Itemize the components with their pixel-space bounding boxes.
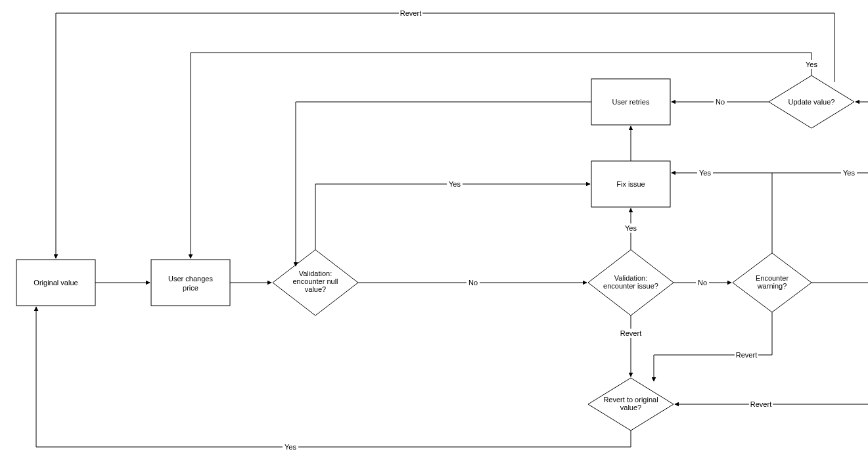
node-fix-issue-label: Fix issue xyxy=(616,180,645,188)
node-fix-issue: Fix issue xyxy=(591,161,670,207)
node-update-value-label: Update value? xyxy=(788,98,835,106)
label-valissue-no: No xyxy=(698,279,707,287)
node-validation-null-label-1: Validation: xyxy=(299,269,332,277)
label-in-revert-right: Revert xyxy=(750,400,771,408)
edge-revert-yes-to-original xyxy=(36,307,631,447)
node-encounter-warning-label-1: Encounter xyxy=(756,274,788,282)
label-valnull-yes: Yes xyxy=(449,180,461,188)
edge-update-yes-to-changes xyxy=(191,53,811,258)
edge-update-revert-to-original xyxy=(56,13,834,258)
node-validation-issue-label-2: encounter issue? xyxy=(603,282,658,290)
node-validation-issue-label-1: Validation: xyxy=(614,274,648,282)
label-right-yes-fix: Yes xyxy=(699,169,711,177)
node-user-changes-price: User changes price xyxy=(151,260,230,306)
node-revert-original-label-1: Revert to original xyxy=(603,396,658,404)
node-original-value: Original value xyxy=(16,260,95,306)
label-warning-revert: Revert xyxy=(736,351,757,359)
node-user-changes-price-label-2: price xyxy=(183,284,198,292)
edge-valnull-yes-to-fix xyxy=(315,184,590,250)
label-top-revert: Revert xyxy=(400,9,421,17)
label-revert-yes: Yes xyxy=(285,443,296,451)
node-original-value-label: Original value xyxy=(34,279,78,287)
label-update-no: No xyxy=(716,98,725,106)
node-update-value: Update value? xyxy=(769,76,854,128)
svg-rect-1 xyxy=(151,260,230,306)
label-valissue-yes: Yes xyxy=(625,224,637,232)
node-validation-null-label-3: value? xyxy=(305,285,326,293)
label-valissue-revert: Revert xyxy=(620,329,641,337)
node-revert-original-label-2: value? xyxy=(620,404,641,411)
node-revert-original: Revert to original value? xyxy=(588,378,674,431)
label-valnull-no: No xyxy=(468,279,478,287)
label-update-yes: Yes xyxy=(806,60,817,68)
node-validation-null-label-2: encounter null xyxy=(292,277,338,285)
node-user-retries-label: User retries xyxy=(612,98,650,106)
node-validation-null: Validation: encounter null value? xyxy=(273,250,358,315)
node-encounter-warning: Encounter warning? xyxy=(733,253,811,312)
node-user-retries: User retries xyxy=(591,79,670,125)
node-user-changes-price-label-1: User changes xyxy=(168,275,213,283)
label-far-right-yes: Yes xyxy=(843,169,855,177)
node-encounter-warning-label-2: warning? xyxy=(757,282,787,290)
edge-warning-revert-to-revertnode xyxy=(654,312,772,381)
flowchart: Original value User changes price Valida… xyxy=(0,0,868,466)
node-validation-issue: Validation: encounter issue? xyxy=(588,250,674,315)
